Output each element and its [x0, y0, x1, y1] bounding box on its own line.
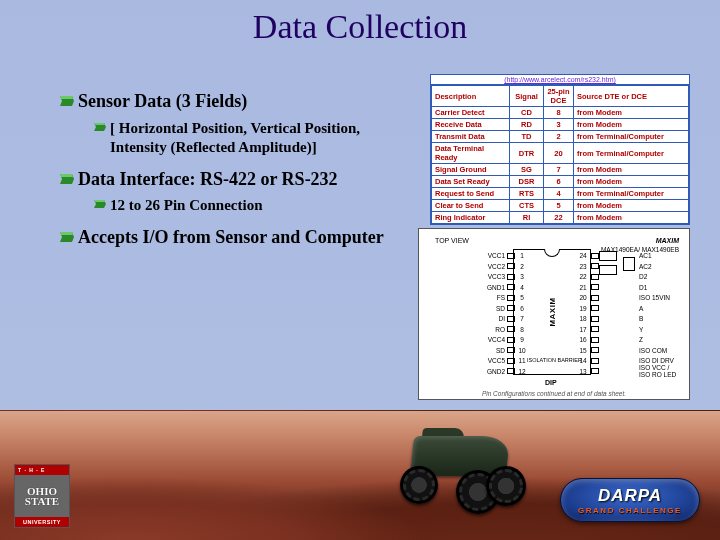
- bullet-icon: [94, 200, 110, 208]
- svg-marker-5: [60, 174, 73, 177]
- table-cell: 6: [544, 176, 574, 188]
- table-cell: Data Terminal Ready: [432, 143, 510, 164]
- osu-bot-text: UNIVERSITY: [15, 517, 69, 527]
- osu-mid-text: OHIOSTATE: [25, 486, 59, 507]
- table-cell: from Modem: [574, 212, 689, 224]
- table-row: Clear to SendCTS5from Modem: [432, 200, 689, 212]
- chip-pin-right: 18B: [427, 314, 681, 323]
- table-cell: Signal Ground: [432, 164, 510, 176]
- darpa-text: DARPA: [598, 486, 662, 506]
- diagram-block: [599, 251, 617, 261]
- chip-pin-right: 17Y: [427, 325, 681, 334]
- table-cell: 22: [544, 212, 574, 224]
- table-cell: from Modem: [574, 200, 689, 212]
- table-row: Carrier DetectCD8from Modem: [432, 107, 689, 119]
- diagram-block: [623, 257, 635, 271]
- chip-vendor: MAXIM: [656, 237, 679, 244]
- table-cell: 2: [544, 131, 574, 143]
- table-cell: RI: [510, 212, 544, 224]
- svg-marker-7: [94, 200, 105, 202]
- slide-title: Data Collection: [0, 0, 720, 46]
- chip-pin-right: 24AC1: [427, 251, 681, 260]
- chip-pin-right: 21D1: [427, 283, 681, 292]
- bullet-icon: [60, 174, 78, 184]
- chip-pin-right: 15ISO COM: [427, 346, 681, 355]
- slide: Data Collection Sensor Data (3 Fields) […: [0, 0, 720, 540]
- table-header: Signal: [510, 86, 544, 107]
- chip-pin-right: 13ISO VCC / ISO RO LED: [427, 367, 681, 376]
- table-row: Receive DataRD3from Modem: [432, 119, 689, 131]
- table-cell: CD: [510, 107, 544, 119]
- table-row: Data Set ReadyDSR6from Modem: [432, 176, 689, 188]
- chip-pin-right: 19A: [427, 304, 681, 313]
- chip-pin-right: 23AC2: [427, 262, 681, 271]
- rs232-table: (http://www.arcelect.com/rs232.htm) Desc…: [430, 74, 690, 225]
- table-cell: Request to Send: [432, 188, 510, 200]
- darpa-grand-challenge-logo: DARPA GRAND CHALLENGE: [560, 478, 700, 522]
- bullet-text: Data Interface: RS-422 or RS-232: [78, 168, 338, 191]
- bullet-list: Sensor Data (3 Fields) [ Horizontal Posi…: [60, 90, 400, 254]
- table-row: Request to SendRTS4from Terminal/Compute…: [432, 188, 689, 200]
- table-cell: DSR: [510, 176, 544, 188]
- ohio-state-logo: T · H · E OHIOSTATE UNIVERSITY: [14, 464, 70, 528]
- signal-table: DescriptionSignal25-pin DCESource DTE or…: [431, 85, 689, 224]
- bullet-text: Sensor Data (3 Fields): [78, 90, 247, 113]
- table-cell: 3: [544, 119, 574, 131]
- table-header: Source DTE or DCE: [574, 86, 689, 107]
- table-source-url: (http://www.arcelect.com/rs232.htm): [431, 75, 689, 85]
- table-cell: 5: [544, 200, 574, 212]
- bullet-icon: [60, 96, 78, 106]
- table-cell: from Modem: [574, 176, 689, 188]
- svg-marker-1: [60, 96, 73, 99]
- table-cell: Clear to Send: [432, 200, 510, 212]
- table-cell: Carrier Detect: [432, 107, 510, 119]
- table-header: 25-pin DCE: [544, 86, 574, 107]
- bullet-icon: [94, 123, 110, 131]
- bullet-l1: Sensor Data (3 Fields): [60, 90, 400, 113]
- table-row: Ring IndicatorRI22from Modem: [432, 212, 689, 224]
- table-cell: CTS: [510, 200, 544, 212]
- table-cell: from Modem: [574, 119, 689, 131]
- bullet-icon: [60, 232, 78, 242]
- chip-diagram: TOP VIEW MAXIM MAX1490EA/ MAX1490EB MAXI…: [418, 228, 690, 400]
- table-cell: RD: [510, 119, 544, 131]
- bullet-l1: Accepts I/O from Sensor and Computer: [60, 226, 400, 249]
- table-cell: TD: [510, 131, 544, 143]
- chip-pin-right: 22D2: [427, 272, 681, 281]
- table-cell: from Terminal/Computer: [574, 143, 689, 164]
- chip-dip-label: DIP: [545, 379, 557, 386]
- table-cell: SG: [510, 164, 544, 176]
- table-cell: 8: [544, 107, 574, 119]
- chip-pin-right: 20ISO 15VIN: [427, 293, 681, 302]
- table-cell: Receive Data: [432, 119, 510, 131]
- table-header: Description: [432, 86, 510, 107]
- rover-vehicle-image: [394, 426, 534, 518]
- table-row: Signal GroundSG7from Modem: [432, 164, 689, 176]
- bullet-l2: [ Horizontal Position, Vertical Position…: [94, 119, 400, 158]
- table-cell: 4: [544, 188, 574, 200]
- table-cell: DTR: [510, 143, 544, 164]
- table-row: Transmit DataTD2from Terminal/Computer: [432, 131, 689, 143]
- table-cell: 7: [544, 164, 574, 176]
- chip-isolation-label: ISOLATION BARRIER: [527, 357, 582, 363]
- svg-marker-3: [94, 123, 105, 125]
- table-cell: from Modem: [574, 107, 689, 119]
- diagram-block: [599, 265, 617, 275]
- table-cell: from Modem: [574, 164, 689, 176]
- table-cell: RTS: [510, 188, 544, 200]
- darpa-subtext: GRAND CHALLENGE: [578, 506, 682, 515]
- table-cell: Data Set Ready: [432, 176, 510, 188]
- table-cell: Ring Indicator: [432, 212, 510, 224]
- bullet-text: 12 to 26 Pin Connection: [110, 196, 263, 216]
- table-cell: Transmit Data: [432, 131, 510, 143]
- chip-topview-label: TOP VIEW: [435, 237, 469, 244]
- table-row: Data Terminal ReadyDTR20from Terminal/Co…: [432, 143, 689, 164]
- table-cell: 20: [544, 143, 574, 164]
- chip-pin-right: 16Z: [427, 335, 681, 344]
- bullet-l2: 12 to 26 Pin Connection: [94, 196, 400, 216]
- bullet-text: Accepts I/O from Sensor and Computer: [78, 226, 384, 249]
- bullet-text: [ Horizontal Position, Vertical Position…: [110, 119, 400, 158]
- table-cell: from Terminal/Computer: [574, 131, 689, 143]
- bullet-l1: Data Interface: RS-422 or RS-232: [60, 168, 400, 191]
- osu-top-text: T · H · E: [18, 467, 45, 473]
